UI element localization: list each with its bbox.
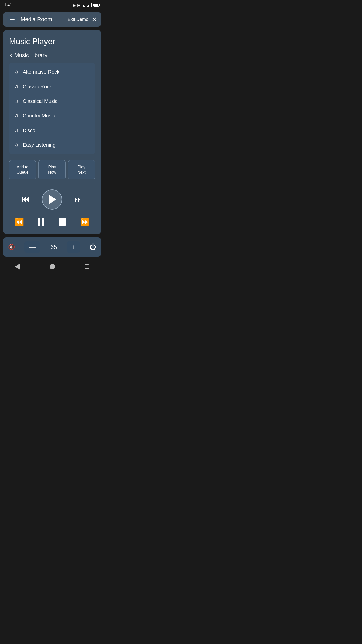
genre-item-easy-listening[interactable]: ♫ Easy Listening — [9, 138, 95, 152]
skip-previous-icon — [22, 195, 30, 204]
stop-button[interactable] — [57, 216, 68, 228]
back-triangle-icon — [15, 264, 20, 270]
primary-controls — [9, 189, 95, 210]
sd-card-icon: ▣ — [77, 3, 80, 7]
music-note-icon: ♫ — [14, 112, 18, 119]
home-circle-icon — [50, 264, 55, 269]
music-note-icon: ♫ — [14, 83, 18, 90]
genre-name: Country Music — [23, 113, 55, 119]
genre-name: Classical Music — [23, 98, 58, 104]
genre-item-classical-music[interactable]: ♫ Classical Music — [9, 94, 95, 108]
genre-item-country-music[interactable]: ♫ Country Music — [9, 108, 95, 123]
main-card: Music Player ‹ Music Library ♫ Alternati… — [3, 30, 101, 234]
skip-next-icon — [74, 195, 82, 204]
fast-forward-icon — [80, 218, 89, 226]
recents-square-icon — [85, 264, 89, 269]
add-to-queue-label: Add toQueue — [17, 165, 29, 174]
android-back-button[interactable] — [13, 262, 22, 272]
pause-icon — [38, 218, 44, 226]
nav-left: Media Room — [7, 16, 52, 23]
power-button[interactable]: ⏻ — [89, 243, 96, 251]
wifi-icon: ▲ — [82, 3, 86, 7]
play-now-label: PlayNow — [48, 165, 56, 174]
android-nav-bar — [0, 259, 104, 276]
nav-right: Exit Demo ✕ — [68, 16, 97, 23]
genre-item-alternative-rock[interactable]: ♫ Alternative Rock — [9, 65, 95, 79]
music-note-icon: ♫ — [14, 69, 18, 75]
pause-button[interactable] — [36, 216, 47, 228]
library-back-button[interactable]: ‹ — [10, 52, 12, 59]
mute-icon: 🔇 — [8, 244, 15, 250]
library-header: ‹ Music Library — [9, 52, 95, 59]
hamburger-menu-button[interactable] — [7, 16, 17, 23]
signal-bars-icon — [87, 3, 92, 7]
play-next-label: PlayNext — [77, 165, 86, 174]
genre-item-disco[interactable]: ♫ Disco — [9, 123, 95, 138]
top-nav: Media Room Exit Demo ✕ — [3, 12, 101, 27]
player-title: Music Player — [9, 37, 95, 46]
rewind-icon — [15, 218, 24, 226]
secondary-controls — [9, 216, 95, 228]
genre-name: Easy Listening — [23, 142, 56, 148]
status-icons: ◉ ▣ ▲ — [73, 3, 100, 7]
genre-list: ♫ Alternative Rock ♫ Classic Rock ♫ Clas… — [9, 63, 95, 154]
genre-item-classic-rock[interactable]: ♫ Classic Rock — [9, 79, 95, 94]
pocket-icon: ◉ — [73, 3, 76, 7]
volume-up-button[interactable]: + — [67, 242, 80, 253]
music-note-icon: ♫ — [14, 142, 18, 148]
status-bar: 1:41 ◉ ▣ ▲ — [0, 0, 104, 10]
status-time: 1:41 — [4, 3, 12, 7]
genre-name: Disco — [23, 128, 35, 133]
action-buttons: Add toQueue PlayNow PlayNext — [9, 160, 95, 179]
volume-bar: 🔇 — 65 + ⏻ — [3, 237, 101, 257]
library-title: Music Library — [14, 52, 47, 59]
genre-name: Alternative Rock — [23, 69, 60, 75]
play-button[interactable] — [42, 189, 62, 210]
transport-controls — [9, 189, 95, 228]
android-recents-button[interactable] — [83, 262, 91, 271]
skip-previous-button[interactable] — [20, 193, 32, 206]
fast-forward-button[interactable] — [78, 216, 92, 228]
add-to-queue-button[interactable]: Add toQueue — [9, 160, 36, 179]
skip-next-button[interactable] — [72, 193, 84, 206]
play-next-button[interactable]: PlayNext — [68, 160, 95, 179]
stop-icon — [59, 218, 66, 226]
volume-down-button[interactable]: — — [24, 242, 40, 253]
battery-icon — [93, 4, 100, 7]
rewind-button[interactable] — [13, 216, 26, 228]
close-button[interactable]: ✕ — [92, 16, 97, 23]
android-home-button[interactable] — [48, 262, 57, 271]
power-icon: ⏻ — [89, 243, 96, 251]
volume-level: 65 — [50, 244, 57, 251]
play-icon — [49, 195, 56, 204]
genre-name: Classic Rock — [23, 84, 52, 90]
nav-title: Media Room — [21, 16, 52, 23]
mute-button[interactable]: 🔇 — [8, 244, 15, 250]
play-now-button[interactable]: PlayNow — [38, 160, 65, 179]
exit-demo-button[interactable]: Exit Demo — [68, 17, 88, 22]
music-note-icon: ♫ — [14, 98, 18, 104]
music-note-icon: ♫ — [14, 127, 18, 134]
